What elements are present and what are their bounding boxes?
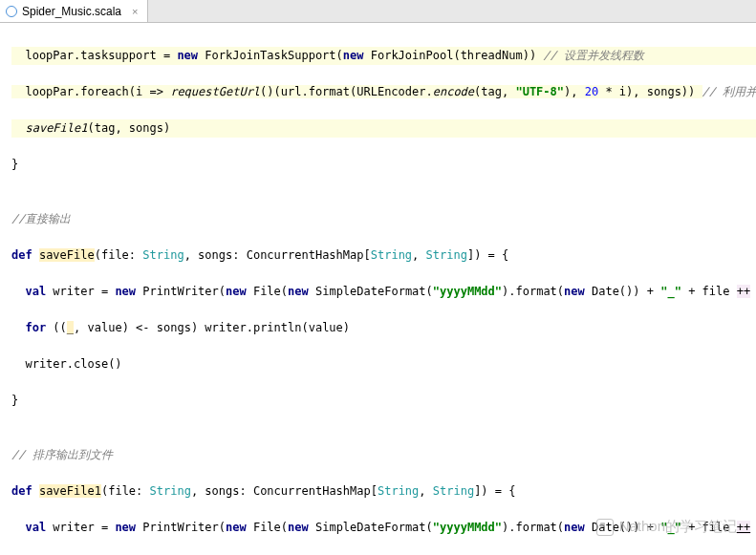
scala-file-icon [6,6,17,17]
file-tab[interactable]: Spider_Music.scala × [0,0,148,22]
watermark: Nathon的学习笔记 [596,518,737,536]
tab-bar: Spider_Music.scala × [0,0,756,23]
wechat-icon [596,519,614,536]
watermark-text: Nathon的学习笔记 [619,518,737,536]
tab-filename: Spider_Music.scala [22,5,121,18]
code-editor[interactable]: loopPar.tasksupport = new ForkJoinTaskSu… [0,23,756,555]
close-icon[interactable]: × [132,6,138,17]
